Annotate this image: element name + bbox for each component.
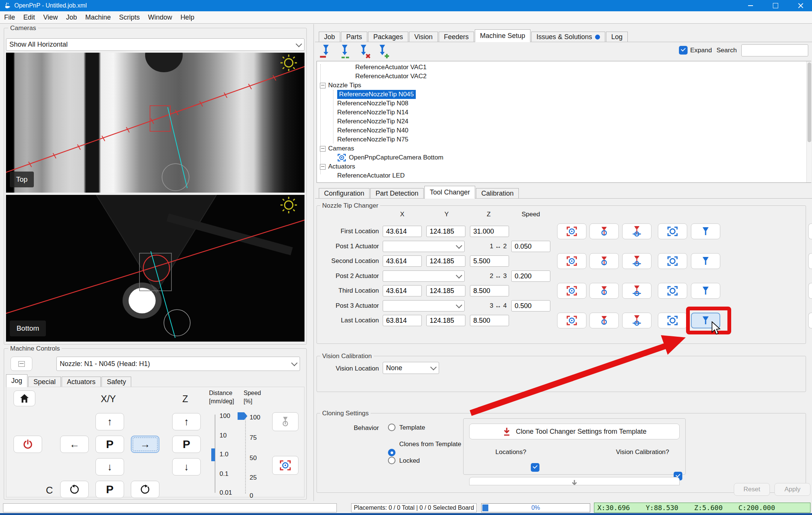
second-location-x-field[interactable]: [383, 255, 422, 267]
post-3-actuator-speed-field[interactable]: [511, 300, 550, 311]
jog-z-minus-button[interactable]: ↓: [172, 458, 201, 476]
behavior-radio-template[interactable]: [388, 424, 395, 431]
first-location-capture-nozzle-tip-location-button[interactable]: [589, 223, 619, 239]
second-location-capture-camera-location-button[interactable]: [557, 253, 586, 269]
tab-actuators[interactable]: Actuators: [62, 377, 101, 387]
second-location-move-nozzle-to-location-button[interactable]: [691, 253, 720, 269]
clone-secondary-button-clipped[interactable]: [469, 477, 680, 485]
third-location-capture-nozzle-tip-location-button[interactable]: [589, 283, 619, 299]
tree-item-referencenozzletip-n14[interactable]: ReferenceNozzleTip N14: [337, 108, 408, 117]
tab-machine-setup[interactable]: Machine Setup: [475, 29, 530, 42]
first-location-move-nozzle-to-location-button[interactable]: [691, 223, 720, 239]
jog-x-plus-button[interactable]: →: [131, 436, 159, 453]
clipped-button[interactable]: [808, 223, 812, 239]
camera-view-top[interactable]: Top: [6, 53, 304, 193]
expander-minus-icon[interactable]: [320, 83, 326, 88]
third-location-x-field[interactable]: [383, 285, 422, 296]
position-z-button[interactable]: P: [172, 436, 201, 453]
tab-calibration[interactable]: Calibration: [476, 188, 519, 199]
tab-log[interactable]: Log: [606, 32, 628, 42]
last-location-capture-camera-location-button[interactable]: [557, 313, 586, 328]
jog-x-minus-button[interactable]: ←: [60, 436, 89, 453]
first-location-z-field[interactable]: [470, 226, 509, 237]
behavior-radio-clones-from-template[interactable]: [388, 449, 395, 456]
tree-scrollbar-thumb[interactable]: [807, 62, 811, 142]
tree-item-referenceactuator-vac1[interactable]: ReferenceActuator VAC1: [355, 63, 427, 72]
third-location-z-field[interactable]: [470, 285, 509, 296]
tab-vision[interactable]: Vision: [409, 32, 438, 42]
post-2-actuator-select[interactable]: [383, 270, 465, 282]
tab-issues-solutions[interactable]: Issues & Solutions: [531, 32, 605, 42]
menu-help[interactable]: Help: [176, 11, 198, 24]
unload-nozzle-tip-button[interactable]: [319, 44, 334, 61]
vision-location-select[interactable]: None: [383, 362, 439, 374]
close-button[interactable]: [790, 0, 811, 11]
second-location-move-camera-to-location-button[interactable]: [658, 253, 687, 269]
camera-view-selector[interactable]: Show All Horizontal: [6, 38, 304, 51]
third-location-move-nozzle-to-location-button[interactable]: [691, 283, 720, 299]
rotate-cw-button[interactable]: [131, 481, 159, 498]
tab-special[interactable]: Special: [28, 377, 61, 387]
tab-parts[interactable]: Parts: [341, 32, 367, 42]
speed-slider-track[interactable]: [245, 414, 246, 494]
reset-button[interactable]: Reset: [734, 483, 770, 496]
minimize-button[interactable]: [740, 0, 761, 11]
locations-checkbox[interactable]: [531, 463, 539, 472]
menu-window[interactable]: Window: [144, 11, 176, 24]
menu-edit[interactable]: Edit: [19, 11, 39, 24]
apply-button[interactable]: Apply: [774, 483, 810, 496]
last-location-capture-nozzle-tip-location-button[interactable]: [589, 313, 619, 328]
third-location-capture-camera-location-button[interactable]: [557, 283, 586, 299]
first-location-move-camera-to-location-button[interactable]: [658, 223, 687, 239]
clipped-button[interactable]: [808, 253, 812, 269]
last-location-move-camera-to-location-button[interactable]: [658, 313, 687, 328]
tree-item-referencenozzletip-n75[interactable]: ReferenceNozzleTip N75: [337, 135, 408, 144]
clipped-button[interactable]: [808, 313, 812, 328]
tab-tool-changer[interactable]: Tool Changer: [424, 186, 475, 199]
post-1-actuator-select[interactable]: [383, 241, 465, 252]
third-location-contact-probe-nozzle-button[interactable]: [622, 283, 651, 299]
load-nozzle-tip-button[interactable]: [338, 44, 353, 61]
park-nozzle-button[interactable]: [272, 412, 298, 431]
second-location-y-field[interactable]: [426, 255, 465, 267]
tab-job[interactable]: Job: [319, 32, 340, 42]
tab-safety[interactable]: Safety: [102, 377, 131, 387]
position-c-button[interactable]: P: [95, 481, 124, 498]
search-input[interactable]: [741, 44, 808, 56]
rotate-ccw-button[interactable]: [60, 481, 89, 498]
last-location-move-nozzle-to-location-button[interactable]: [691, 313, 720, 328]
position-camera-button[interactable]: [272, 456, 298, 475]
tab-packages[interactable]: Packages: [368, 32, 408, 42]
add-nozzle-tip-button[interactable]: [375, 44, 390, 61]
power-button[interactable]: [14, 436, 42, 453]
last-location-contact-probe-nozzle-button[interactable]: [622, 313, 651, 328]
tree-item-referenceactuator-led[interactable]: ReferenceActuator LED: [337, 171, 405, 180]
menu-scripts[interactable]: Scripts: [115, 11, 144, 24]
first-location-x-field[interactable]: [383, 226, 422, 237]
menu-file[interactable]: File: [0, 11, 19, 24]
first-location-contact-probe-nozzle-button[interactable]: [622, 223, 651, 239]
tree-item-nozzle-tips[interactable]: Nozzle Tips: [320, 81, 361, 90]
nozzle-selector[interactable]: Nozzle: N1 - N045 (Head: H1): [56, 357, 300, 371]
tree-item-referenceactuator-vac2[interactable]: ReferenceActuator VAC2: [355, 72, 427, 81]
third-location-move-camera-to-location-button[interactable]: [658, 283, 687, 299]
last-location-z-field[interactable]: [470, 315, 509, 326]
last-location-x-field[interactable]: [383, 315, 422, 326]
second-location-z-field[interactable]: [470, 255, 509, 267]
jog-y-plus-button[interactable]: ↑: [95, 413, 124, 430]
tree-item-openpnpcapturecamera-bottom[interactable]: OpenPnpCaptureCamera Bottom: [337, 153, 443, 162]
menu-machine[interactable]: Machine: [81, 11, 115, 24]
jog-z-plus-button[interactable]: ↑: [172, 413, 201, 430]
tree-item-referencenozzletip-n045[interactable]: ReferenceNozzleTip N045: [337, 90, 416, 99]
menu-job[interactable]: Job: [62, 11, 81, 24]
tree-item-cameras[interactable]: Cameras: [320, 144, 354, 153]
tab-part-detection[interactable]: Part Detection: [370, 188, 424, 199]
expander-minus-icon[interactable]: [320, 146, 326, 152]
post-3-actuator-select[interactable]: [383, 300, 465, 311]
third-location-y-field[interactable]: [426, 285, 465, 296]
tab-feeders[interactable]: Feeders: [439, 32, 474, 42]
menu-view[interactable]: View: [39, 11, 62, 24]
maximize-button[interactable]: [765, 0, 786, 11]
second-location-capture-nozzle-tip-location-button[interactable]: [589, 253, 619, 269]
post-2-actuator-speed-field[interactable]: [511, 270, 550, 282]
